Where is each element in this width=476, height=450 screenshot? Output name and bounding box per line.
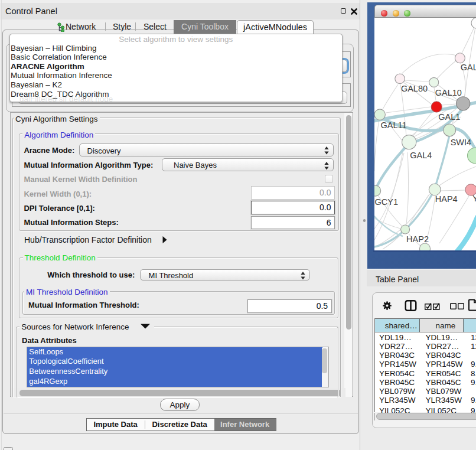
- svg-text:GCY1: GCY1: [375, 197, 399, 207]
- svg-text:GAL10: GAL10: [435, 88, 462, 97]
- svg-text:HAP4: HAP4: [435, 194, 458, 204]
- svg-text:Y: Y: [472, 194, 476, 203]
- svg-text:GAL1: GAL1: [438, 112, 460, 122]
- svg-text:GAL11: GAL11: [381, 120, 407, 130]
- svg-text:GAL80: GAL80: [401, 84, 428, 93]
- svg-text:HAP2: HAP2: [406, 234, 429, 244]
- svg-text:GAL7: GAL7: [461, 63, 476, 72]
- svg-text:GAL4: GAL4: [410, 151, 432, 160]
- svg-text:SWI4: SWI4: [451, 138, 471, 147]
